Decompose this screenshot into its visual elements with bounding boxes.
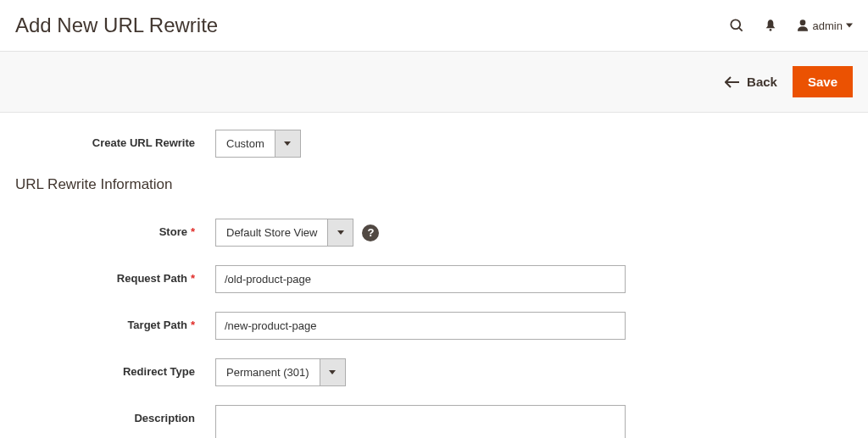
user-icon — [796, 19, 810, 32]
notifications-icon[interactable] — [764, 19, 777, 32]
section-title: URL Rewrite Information — [15, 176, 853, 193]
svg-point-0 — [731, 19, 740, 29]
admin-user-label: admin — [813, 19, 843, 32]
required-mark: * — [191, 225, 195, 238]
svg-point-2 — [769, 29, 771, 31]
chevron-down-icon — [846, 22, 853, 29]
label-create-url-rewrite: Create URL Rewrite — [15, 130, 215, 149]
field-store: Store* Default Store View ? — [15, 219, 853, 247]
label-description: Description — [15, 405, 215, 424]
back-button[interactable]: Back — [725, 75, 777, 89]
select-store[interactable]: Default Store View — [215, 219, 353, 247]
required-mark: * — [191, 319, 195, 331]
textarea-description[interactable] — [215, 405, 626, 438]
help-icon[interactable]: ? — [362, 225, 379, 241]
header-actions: admin — [728, 17, 853, 34]
input-request-path[interactable] — [215, 265, 626, 293]
chevron-down-icon — [320, 359, 345, 385]
back-button-label: Back — [747, 75, 777, 89]
svg-point-3 — [799, 19, 805, 25]
field-request-path: Request Path* — [15, 265, 853, 293]
select-create-url-rewrite[interactable]: Custom — [215, 130, 301, 158]
select-value: Custom — [216, 130, 275, 157]
arrow-left-icon — [725, 76, 740, 88]
field-redirect-type: Redirect Type Permanent (301) — [15, 358, 853, 386]
admin-user-menu[interactable]: admin — [796, 19, 853, 32]
search-icon[interactable] — [728, 17, 745, 34]
required-mark: * — [191, 272, 195, 285]
page-title: Add New URL Rewrite — [15, 14, 218, 37]
chevron-down-icon — [327, 219, 353, 246]
svg-line-1 — [738, 28, 742, 31]
action-toolbar: Back Save — [0, 52, 868, 113]
page-header: Add New URL Rewrite admin — [0, 0, 868, 52]
select-value: Default Store View — [216, 219, 327, 246]
input-target-path[interactable] — [215, 312, 626, 340]
save-button[interactable]: Save — [793, 66, 853, 97]
select-value: Permanent (301) — [216, 359, 320, 385]
select-redirect-type[interactable]: Permanent (301) — [215, 358, 346, 386]
field-target-path: Target Path* — [15, 312, 853, 340]
label-redirect-type: Redirect Type — [15, 358, 215, 378]
form-section: Create URL Rewrite Custom URL Rewrite In… — [0, 113, 868, 438]
label-target-path: Target Path* — [15, 312, 215, 331]
chevron-down-icon — [275, 130, 300, 157]
label-request-path: Request Path* — [15, 265, 215, 285]
field-create-url-rewrite: Create URL Rewrite Custom — [15, 130, 853, 158]
label-store: Store* — [15, 219, 215, 238]
field-description: Description — [15, 405, 853, 438]
